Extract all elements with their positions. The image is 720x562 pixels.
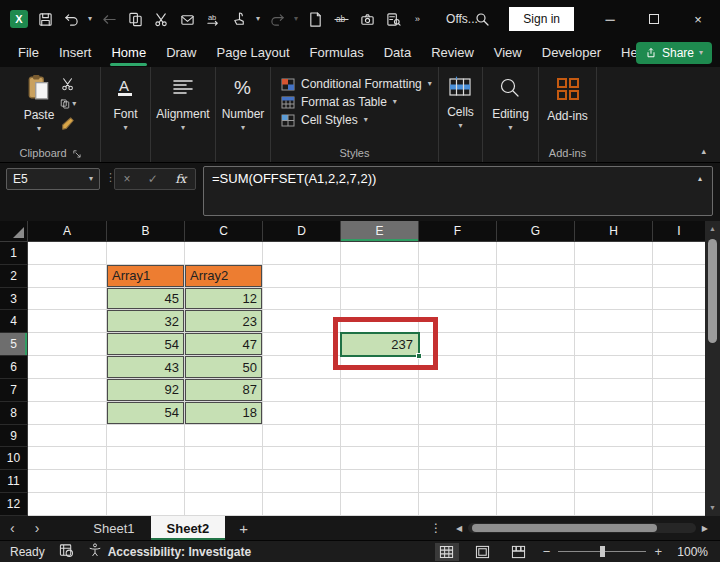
find-replace-icon[interactable]: ab: [204, 10, 222, 28]
scroll-left-arrow[interactable]: ◀: [452, 524, 466, 533]
row-header-2[interactable]: 2: [0, 265, 28, 288]
cell-H6[interactable]: [575, 356, 653, 379]
vertical-scrollbar-thumb[interactable]: [708, 239, 717, 343]
cell-E7[interactable]: [341, 379, 419, 402]
cell-F5[interactable]: [419, 333, 497, 356]
search-icon[interactable]: [473, 10, 491, 28]
cell-C2[interactable]: Array2: [185, 265, 263, 288]
row-header-9[interactable]: 9: [0, 425, 28, 448]
column-header-G[interactable]: G: [497, 221, 575, 242]
cell-C3[interactable]: 12: [185, 288, 263, 311]
copy-icon[interactable]: [126, 10, 144, 28]
column-header-C[interactable]: C: [185, 221, 263, 242]
cell-C4[interactable]: 23: [185, 310, 263, 333]
cell-D10[interactable]: [263, 447, 341, 470]
formula-bar-collapse-chevron[interactable]: ▴: [698, 174, 702, 183]
sheet-bar-options-dots[interactable]: ⋮: [430, 521, 442, 535]
cell-D2[interactable]: [263, 265, 341, 288]
cell-E6[interactable]: [341, 356, 419, 379]
cell-G8[interactable]: [497, 402, 575, 425]
scroll-up-arrow[interactable]: ▲: [709, 221, 716, 235]
cell-I9[interactable]: [653, 425, 705, 448]
cell-C8[interactable]: 18: [185, 402, 263, 425]
row-header-1[interactable]: 1: [0, 242, 28, 265]
cells-button[interactable]: Cells ▾: [447, 67, 474, 130]
cell-H10[interactable]: [575, 447, 653, 470]
cell-H9[interactable]: [575, 425, 653, 448]
cell-E12[interactable]: [341, 493, 419, 516]
cell-G1[interactable]: [497, 242, 575, 265]
column-header-I[interactable]: I: [653, 221, 705, 242]
conditional-formatting-button[interactable]: Conditional Formatting ▾: [281, 77, 438, 91]
name-box-chevron[interactable]: ▾: [89, 175, 93, 183]
cell-E2[interactable]: [341, 265, 419, 288]
cell-B10[interactable]: [107, 447, 185, 470]
zoom-slider-thumb[interactable]: [600, 546, 605, 557]
sign-in-button[interactable]: Sign in: [509, 7, 574, 31]
ribbon-tab-insert[interactable]: Insert: [49, 39, 102, 67]
zoom-slider[interactable]: [558, 551, 646, 552]
new-file-icon[interactable]: [306, 10, 324, 28]
cell-F11[interactable]: [419, 470, 497, 493]
horizontal-scrollbar-thumb[interactable]: [472, 524, 657, 532]
cell-A1[interactable]: [28, 242, 107, 265]
cell-E5[interactable]: 237: [341, 333, 419, 356]
cell-G5[interactable]: [497, 333, 575, 356]
cell-A8[interactable]: [28, 402, 107, 425]
cell-G7[interactable]: [497, 379, 575, 402]
minimize-icon[interactable]: ─: [588, 0, 632, 38]
zoom-in-button[interactable]: +: [654, 544, 662, 559]
column-header-B[interactable]: B: [107, 221, 185, 242]
sheet-tab-sheet1[interactable]: Sheet1: [77, 516, 150, 540]
cell-B3[interactable]: 45: [107, 288, 185, 311]
cell-A9[interactable]: [28, 425, 107, 448]
cell-A6[interactable]: [28, 356, 107, 379]
cell-A2[interactable]: [28, 265, 107, 288]
ribbon-tab-file[interactable]: File: [8, 39, 49, 67]
close-icon[interactable]: ×: [676, 0, 720, 38]
cell-D11[interactable]: [263, 470, 341, 493]
cell-G10[interactable]: [497, 447, 575, 470]
column-header-E[interactable]: E: [341, 221, 419, 242]
cell-D8[interactable]: [263, 402, 341, 425]
cell-B7[interactable]: 92: [107, 379, 185, 402]
editing-button[interactable]: Editing ▾: [492, 67, 529, 132]
cell-H12[interactable]: [575, 493, 653, 516]
scroll-down-arrow[interactable]: ▼: [709, 500, 716, 514]
cell-E4[interactable]: [341, 310, 419, 333]
paste-button[interactable]: Paste ▾: [24, 67, 55, 133]
page-break-view-icon[interactable]: [507, 543, 531, 561]
cell-C1[interactable]: [185, 242, 263, 265]
row-header-4[interactable]: 4: [0, 310, 28, 333]
cell-I12[interactable]: [653, 493, 705, 516]
cell-D6[interactable]: [263, 356, 341, 379]
camera-icon[interactable]: [358, 10, 376, 28]
cell-F9[interactable]: [419, 425, 497, 448]
cell-E1[interactable]: [341, 242, 419, 265]
touch-mode-icon[interactable]: [230, 10, 248, 28]
cell-D9[interactable]: [263, 425, 341, 448]
name-box[interactable]: E5 ▾: [6, 168, 100, 190]
row-header-10[interactable]: 10: [0, 447, 28, 470]
cell-D4[interactable]: [263, 310, 341, 333]
cell-H4[interactable]: [575, 310, 653, 333]
cell-E3[interactable]: [341, 288, 419, 311]
row-header-11[interactable]: 11: [0, 470, 28, 493]
ribbon-tab-draw[interactable]: Draw: [156, 39, 206, 67]
macro-record-icon[interactable]: [59, 543, 74, 561]
cell-E9[interactable]: [341, 425, 419, 448]
row-header-5[interactable]: 5: [0, 333, 28, 356]
scroll-right-arrow[interactable]: ▶: [698, 524, 712, 533]
cell-G2[interactable]: [497, 265, 575, 288]
cell-G4[interactable]: [497, 310, 575, 333]
column-header-F[interactable]: F: [419, 221, 497, 242]
cell-I1[interactable]: [653, 242, 705, 265]
alignment-button[interactable]: Alignment ▾: [156, 67, 209, 132]
horizontal-scrollbar-track[interactable]: [468, 523, 696, 533]
cell-I2[interactable]: [653, 265, 705, 288]
copy-small-icon[interactable]: ▾: [60, 97, 76, 111]
cell-F1[interactable]: [419, 242, 497, 265]
number-button[interactable]: % Number ▾: [222, 67, 265, 132]
save-icon[interactable]: [36, 10, 54, 28]
cell-B4[interactable]: 32: [107, 310, 185, 333]
